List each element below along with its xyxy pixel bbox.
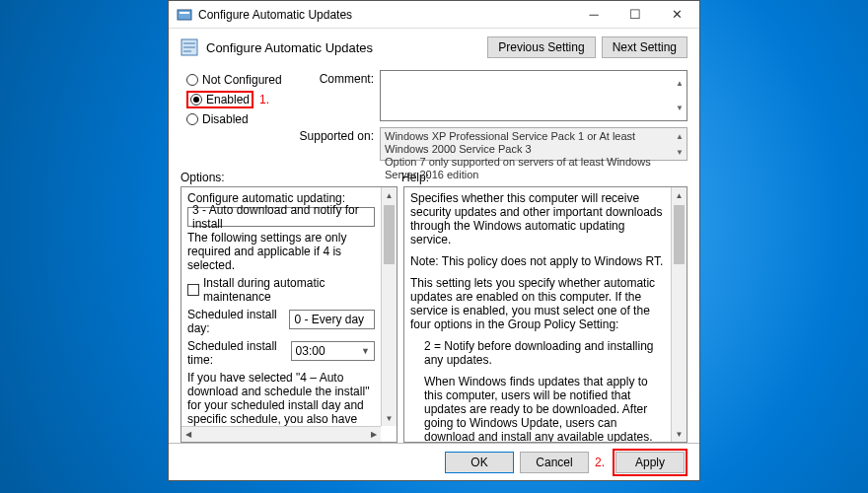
scroll-left-icon[interactable]: ◀: [181, 430, 195, 439]
install-day-combobox[interactable]: 0 - Every day: [289, 310, 375, 329]
checkbox-icon: [187, 284, 199, 296]
radio-icon: [190, 94, 202, 106]
gpo-icon: [177, 7, 192, 23]
close-button[interactable]: ✕: [656, 1, 697, 29]
dialog-subtitle: Configure Automatic Updates: [206, 40, 487, 55]
dialog-header: Configure Automatic Updates Previous Set…: [169, 29, 699, 66]
radio-enabled[interactable]: Enabled: [186, 91, 253, 108]
minimize-button[interactable]: ─: [573, 1, 615, 29]
comment-textarea[interactable]: ▲▼: [380, 70, 687, 121]
cancel-button[interactable]: Cancel: [520, 452, 589, 473]
annotation-step-2: 2.: [595, 456, 605, 469]
chevron-down-icon[interactable]: ▼: [673, 144, 687, 160]
chevron-down-icon[interactable]: ▼: [673, 96, 687, 120]
radio-enabled-annotated: Enabled 1.: [186, 90, 285, 109]
install-time-combobox[interactable]: 03:00 ▼: [291, 341, 375, 361]
ok-button[interactable]: OK: [445, 452, 514, 473]
radio-icon: [186, 113, 198, 125]
radio-label: Not Configured: [202, 73, 282, 87]
annotation-step-1: 1.: [259, 93, 269, 106]
previous-setting-button[interactable]: Previous Setting: [487, 36, 595, 58]
window-title: Configure Automatic Updates: [198, 8, 573, 22]
scroll-up-icon[interactable]: ▲: [672, 187, 687, 203]
help-paragraph: When Windows finds updates that apply to…: [410, 375, 665, 442]
maximize-button[interactable]: ☐: [615, 1, 656, 29]
policy-icon: [181, 38, 198, 56]
state-and-fields: Not Configured Enabled 1. Disabled Comme…: [169, 66, 699, 167]
radio-not-configured[interactable]: Not Configured: [186, 70, 285, 90]
configure-updating-combobox[interactable]: 3 - Auto download and notify for install: [187, 207, 375, 227]
help-paragraph: Specifies whether this computer will rec…: [410, 191, 665, 246]
supported-on-text: Windows XP Professional Service Pack 1 o…: [380, 127, 687, 161]
next-setting-button[interactable]: Next Setting: [602, 36, 687, 58]
chevron-up-icon[interactable]: ▲: [673, 128, 687, 144]
titlebar: Configure Automatic Updates ─ ☐ ✕: [169, 1, 699, 29]
radio-label: Disabled: [202, 112, 249, 126]
help-paragraph: This setting lets you specify whether au…: [410, 276, 665, 331]
help-panel: Specifies whether this computer will rec…: [403, 186, 687, 443]
combo-value: 0 - Every day: [294, 313, 364, 326]
options-vertical-scrollbar[interactable]: ▲ ▼: [381, 187, 397, 426]
chevron-up-icon[interactable]: ▲: [673, 71, 687, 96]
limit-note: If you have selected "4 – Auto download …: [187, 371, 375, 426]
comment-label: Comment:: [295, 70, 374, 121]
radio-disabled[interactable]: Disabled: [186, 109, 285, 129]
combo-value: 3 - Auto download and notify for install: [192, 203, 370, 231]
scroll-up-icon[interactable]: ▲: [382, 187, 397, 203]
options-horizontal-scrollbar[interactable]: ◀ ▶: [181, 426, 381, 442]
options-note: The following settings are only required…: [187, 231, 375, 272]
help-paragraph: 2 = Notify before downloading and instal…: [410, 339, 665, 367]
scroll-down-icon[interactable]: ▼: [672, 426, 687, 442]
gpo-dialog-window: Configure Automatic Updates ─ ☐ ✕ Config…: [168, 0, 700, 481]
scroll-thumb[interactable]: [384, 205, 395, 264]
state-radio-group: Not Configured Enabled 1. Disabled: [186, 70, 285, 161]
apply-button[interactable]: Apply: [615, 452, 685, 473]
combo-value: 03:00: [296, 344, 326, 358]
svg-rect-1: [180, 12, 189, 14]
install-maintenance-checkbox[interactable]: Install during automatic maintenance: [187, 276, 375, 304]
help-paragraph: Note: This policy does not apply to Wind…: [410, 254, 665, 268]
radio-icon: [186, 74, 198, 86]
options-panel: Configure automatic updating: 3 - Auto d…: [181, 186, 398, 443]
checkbox-label: Install during automatic maintenance: [203, 276, 375, 304]
install-time-label: Scheduled install time:: [187, 339, 287, 367]
chevron-down-icon: ▼: [361, 346, 370, 356]
scroll-right-icon[interactable]: ▶: [367, 430, 381, 439]
panels-row: Configure automatic updating: 3 - Auto d…: [169, 186, 699, 443]
svg-rect-0: [178, 10, 191, 20]
supported-on-label: Supported on:: [295, 127, 374, 161]
scroll-thumb[interactable]: [674, 205, 685, 264]
options-header: Options:: [181, 171, 392, 184]
apply-highlight: Apply: [613, 449, 687, 476]
help-vertical-scrollbar[interactable]: ▲ ▼: [671, 187, 687, 442]
dialog-footer: OK Cancel 2. Apply: [169, 443, 699, 480]
scroll-down-icon[interactable]: ▼: [382, 410, 397, 426]
install-day-label: Scheduled install day:: [187, 308, 285, 335]
radio-label: Enabled: [206, 93, 250, 106]
